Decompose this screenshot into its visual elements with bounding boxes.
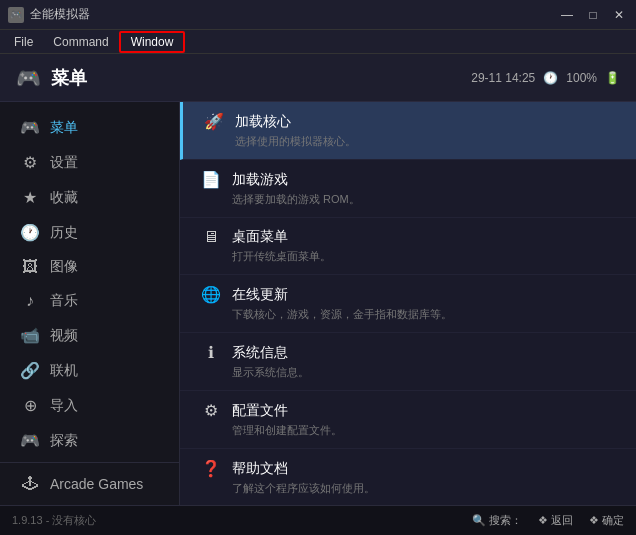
menu-entry-desc-2: 打开传统桌面菜单。 (200, 246, 616, 270)
header-battery: 100% (566, 71, 597, 85)
sidebar-icon-4: 🖼 (20, 258, 40, 276)
sidebar-label-7: 联机 (50, 362, 78, 380)
menu-entry-title-0: 加载核心 (235, 113, 291, 131)
menu-entry-title-5: 配置文件 (232, 402, 288, 420)
sidebar-icon-0: 🎮 (20, 118, 40, 137)
sidebar-item-6[interactable]: 📹 视频 (0, 318, 179, 353)
menu-item-file[interactable]: File (4, 33, 43, 51)
sidebar-icon-5: ♪ (20, 292, 40, 310)
menu-entry-desc-4: 显示系统信息。 (200, 362, 616, 386)
header-title: 菜单 (51, 66, 471, 90)
menu-entry-header-4: ℹ 系统信息 (200, 343, 616, 362)
sidebar-icon-9: 🎮 (20, 431, 40, 450)
sidebar-label-6: 视频 (50, 327, 78, 345)
header-datetime: 29-11 14:25 (471, 71, 535, 85)
menu-entry-desc-0: 选择使用的模拟器核心。 (203, 131, 616, 155)
window-controls: — □ ✕ (558, 6, 628, 24)
sidebar-game-label-0: Arcade Games (50, 476, 143, 492)
app-body: 🎮 菜单 29-11 14:25 🕐 100% 🔋 🎮 菜单 ⚙ 设置 ★ 收藏… (0, 54, 636, 535)
menu-entry-title-6: 帮助文档 (232, 460, 288, 478)
menu-entry-icon-0: 🚀 (203, 112, 225, 131)
sidebar-label-1: 设置 (50, 154, 78, 172)
menu-entry-0[interactable]: 🚀 加载核心 选择使用的模拟器核心。 (180, 102, 636, 160)
menu-entry-icon-4: ℹ (200, 343, 222, 362)
sidebar-icon-8: ⊕ (20, 396, 40, 415)
menu-entry-header-3: 🌐 在线更新 (200, 285, 616, 304)
battery-icon: 🔋 (605, 71, 620, 85)
sidebar-icon-6: 📹 (20, 326, 40, 345)
menu-entry-5[interactable]: ⚙ 配置文件 管理和创建配置文件。 (180, 391, 636, 449)
content-area: 🎮 菜单 ⚙ 设置 ★ 收藏 🕐 历史 🖼 图像 ♪ 音乐 📹 视频 🔗 联机 … (0, 102, 636, 505)
sidebar-label-8: 导入 (50, 397, 78, 415)
close-button[interactable]: ✕ (610, 6, 628, 24)
menu-entry-desc-5: 管理和创建配置文件。 (200, 420, 616, 444)
menu-entry-desc-3: 下载核心，游戏，资源，金手指和数据库等。 (200, 304, 616, 328)
menu-entry-icon-6: ❓ (200, 459, 222, 478)
menu-entry-desc-1: 选择要加载的游戏 ROM。 (200, 189, 616, 213)
menu-entry-header-1: 📄 加载游戏 (200, 170, 616, 189)
menu-entry-icon-2: 🖥 (200, 228, 222, 246)
menu-entry-header-5: ⚙ 配置文件 (200, 401, 616, 420)
sidebar-icon-7: 🔗 (20, 361, 40, 380)
sidebar-label-3: 历史 (50, 224, 78, 242)
menu-entry-title-3: 在线更新 (232, 286, 288, 304)
menu-entry-icon-5: ⚙ (200, 401, 222, 420)
footer: 1.9.13 - 没有核心 🔍 搜索： ❖ 返回 ❖ 确定 (0, 505, 636, 535)
sidebar-item-9[interactable]: 🎮 探索 (0, 423, 179, 458)
menu-bar: FileCommandWindow (0, 30, 636, 54)
sidebar-item-7[interactable]: 🔗 联机 (0, 353, 179, 388)
sidebar-label-0: 菜单 (50, 119, 78, 137)
sidebar-item-1[interactable]: ⚙ 设置 (0, 145, 179, 180)
sidebar-divider (0, 462, 179, 463)
app-icon: 🎮 (8, 7, 24, 23)
menu-entry-icon-1: 📄 (200, 170, 222, 189)
menu-entry-4[interactable]: ℹ 系统信息 显示系统信息。 (180, 333, 636, 391)
menu-item-window[interactable]: Window (119, 31, 186, 53)
minimize-button[interactable]: — (558, 6, 576, 24)
footer-version: 1.9.13 - 没有核心 (12, 513, 96, 528)
menu-entry-desc-6: 了解这个程序应该如何使用。 (200, 478, 616, 502)
menu-entry-header-2: 🖥 桌面菜单 (200, 228, 616, 246)
back-btn[interactable]: ❖ 返回 (538, 513, 573, 528)
header-icon: 🎮 (16, 66, 41, 90)
sidebar-label-4: 图像 (50, 258, 78, 276)
menu-entry-3[interactable]: 🌐 在线更新 下载核心，游戏，资源，金手指和数据库等。 (180, 275, 636, 333)
menu-entry-header-0: 🚀 加载核心 (203, 112, 616, 131)
menu-entry-title-1: 加载游戏 (232, 171, 288, 189)
menu-entry-icon-3: 🌐 (200, 285, 222, 304)
sidebar-item-5[interactable]: ♪ 音乐 (0, 284, 179, 318)
sidebar-icon-3: 🕐 (20, 223, 40, 242)
sidebar-label-9: 探索 (50, 432, 78, 450)
footer-controls: 🔍 搜索： ❖ 返回 ❖ 确定 (472, 513, 624, 528)
menu-item-command[interactable]: Command (43, 33, 118, 51)
sidebar-label-2: 收藏 (50, 189, 78, 207)
sidebar-icon-1: ⚙ (20, 153, 40, 172)
sidebar-item-2[interactable]: ★ 收藏 (0, 180, 179, 215)
menu-entry-6[interactable]: ❓ 帮助文档 了解这个程序应该如何使用。 (180, 449, 636, 505)
sidebar-item-3[interactable]: 🕐 历史 (0, 215, 179, 250)
menu-entry-1[interactable]: 📄 加载游戏 选择要加载的游戏 ROM。 (180, 160, 636, 218)
app-header: 🎮 菜单 29-11 14:25 🕐 100% 🔋 (0, 54, 636, 102)
sidebar: 🎮 菜单 ⚙ 设置 ★ 收藏 🕐 历史 🖼 图像 ♪ 音乐 📹 视频 🔗 联机 … (0, 102, 180, 505)
search-btn[interactable]: 🔍 搜索： (472, 513, 522, 528)
sidebar-item-4[interactable]: 🖼 图像 (0, 250, 179, 284)
sidebar-label-5: 音乐 (50, 292, 78, 310)
sidebar-item-8[interactable]: ⊕ 导入 (0, 388, 179, 423)
sidebar-icon-2: ★ (20, 188, 40, 207)
title-bar-text: 全能模拟器 (30, 6, 558, 23)
menu-entry-2[interactable]: 🖥 桌面菜单 打开传统桌面菜单。 (180, 218, 636, 275)
header-right: 29-11 14:25 🕐 100% 🔋 (471, 71, 620, 85)
main-panel: 🚀 加载核心 选择使用的模拟器核心。 📄 加载游戏 选择要加载的游戏 ROM。 … (180, 102, 636, 505)
confirm-btn[interactable]: ❖ 确定 (589, 513, 624, 528)
clock-icon: 🕐 (543, 71, 558, 85)
menu-entry-title-4: 系统信息 (232, 344, 288, 362)
title-bar: 🎮 全能模拟器 — □ ✕ (0, 0, 636, 30)
maximize-button[interactable]: □ (584, 6, 602, 24)
sidebar-game-icon-0: 🕹 (20, 475, 40, 493)
sidebar-game-item-0[interactable]: 🕹 Arcade Games (0, 467, 179, 501)
sidebar-item-0[interactable]: 🎮 菜单 (0, 110, 179, 145)
menu-entry-header-6: ❓ 帮助文档 (200, 459, 616, 478)
menu-entry-title-2: 桌面菜单 (232, 228, 288, 246)
